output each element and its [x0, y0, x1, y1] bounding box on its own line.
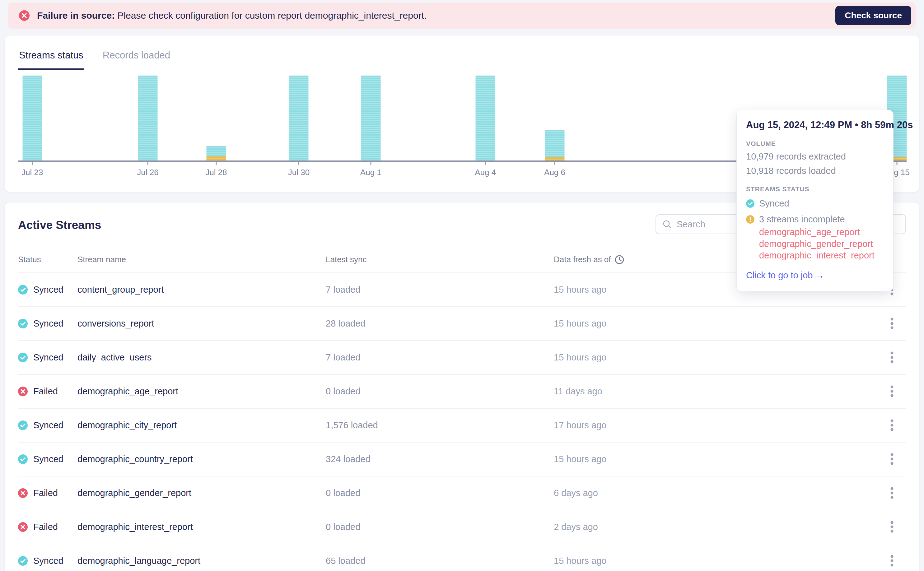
status-badge: Synced: [33, 285, 63, 295]
row-menu-button[interactable]: [878, 555, 906, 567]
latest-sync-value: 65 loaded: [326, 556, 554, 566]
kebab-icon: [890, 385, 893, 398]
incomplete-stream-link[interactable]: demographic_interest_report: [759, 250, 883, 262]
data-fresh-value: 15 hours ago: [554, 352, 878, 363]
tooltip-synced-label: Synced: [759, 198, 789, 209]
latest-sync-value: 0 loaded: [326, 522, 554, 532]
stream-name: demographic_language_report: [77, 556, 326, 566]
latest-sync-value: 7 loaded: [326, 352, 554, 363]
axis-tick: [147, 162, 148, 165]
status-cell: Synced: [18, 318, 77, 329]
status-badge: Failed: [33, 386, 58, 397]
synced-check-icon: [18, 420, 28, 430]
axis-tick: [896, 162, 897, 165]
kebab-icon: [890, 555, 893, 567]
bar-segment-loaded: [206, 146, 226, 156]
synced-check-icon: [18, 454, 28, 464]
data-fresh-value: 15 hours ago: [554, 454, 878, 465]
row-menu-button[interactable]: [878, 453, 906, 466]
chart-bar-aug-1[interactable]: [361, 76, 380, 160]
table-row: Synced conversions_report 28 loaded 15 h…: [18, 307, 906, 341]
stream-name: conversions_report: [77, 318, 326, 329]
row-menu-button[interactable]: [878, 419, 906, 432]
chart-bar-jul-26[interactable]: [138, 76, 158, 160]
axis-tick: [485, 162, 486, 165]
table-row: Failed demographic_age_report 0 loaded 1…: [18, 375, 906, 409]
axis-tick-label: Jul 26: [137, 168, 158, 177]
chart-bar-jul-30[interactable]: [289, 76, 309, 160]
bar-segment-incomplete: [545, 157, 565, 160]
bar-segment-loaded: [476, 76, 495, 160]
status-badge: Synced: [33, 352, 63, 363]
go-to-job-link[interactable]: Click to go to job →: [746, 270, 824, 281]
axis-tick-label: Jul 30: [288, 168, 309, 177]
status-badge: Synced: [33, 556, 63, 566]
status-badge: Synced: [33, 454, 63, 465]
axis-tick-label: Aug 6: [544, 168, 565, 177]
status-badge: Synced: [33, 318, 63, 329]
axis-tick-label: Aug 1: [360, 168, 382, 177]
data-fresh-value: 17 hours ago: [554, 420, 878, 431]
clock-icon: [615, 255, 624, 264]
row-menu-button[interactable]: [878, 487, 906, 500]
tooltip-records-loaded: 10,918 records loaded: [746, 166, 883, 176]
data-fresh-value: 15 hours ago: [554, 318, 878, 329]
axis-tick-label: Aug 4: [475, 168, 496, 177]
synced-check-icon: [18, 319, 28, 329]
kebab-icon: [890, 419, 893, 432]
stream-name: demographic_city_report: [77, 420, 326, 431]
status-cell: Synced: [18, 420, 77, 431]
tab-records-loaded[interactable]: Records loaded: [102, 50, 171, 70]
row-menu-button[interactable]: [878, 352, 906, 364]
chart-bar-jul-28[interactable]: [206, 146, 226, 160]
tooltip-synced-row: Synced: [746, 198, 883, 209]
table-row: Failed demographic_gender_report 0 loade…: [18, 477, 906, 510]
tab-streams-status[interactable]: Streams status: [18, 50, 84, 70]
error-message: Failure in source: Please check configur…: [37, 10, 426, 21]
table-row: Synced demographic_country_report 324 lo…: [18, 443, 906, 477]
status-badge: Synced: [33, 420, 63, 431]
warning-icon: [746, 215, 754, 224]
bar-segment-loaded: [289, 76, 309, 160]
row-menu-button[interactable]: [878, 318, 906, 330]
latest-sync-value: 7 loaded: [326, 285, 554, 295]
row-menu-button[interactable]: [878, 385, 906, 398]
kebab-icon: [890, 487, 893, 500]
streams-table-body: Synced content_group_report 7 loaded 15 …: [18, 273, 906, 571]
bar-segment-loaded: [138, 76, 158, 160]
chart-bar-aug-6[interactable]: [545, 130, 565, 160]
table-row: Synced demographic_city_report 1,576 loa…: [18, 409, 906, 443]
tooltip-incomplete-label: 3 streams incomplete: [759, 214, 845, 225]
failed-x-icon: [18, 387, 28, 396]
axis-tick: [298, 162, 299, 165]
bar-segment-loaded: [545, 130, 565, 157]
stream-name: daily_active_users: [77, 352, 326, 363]
col-latest-sync: Latest sync: [326, 255, 554, 264]
bar-segment-loaded: [361, 76, 380, 160]
bar-segment-loaded: [22, 76, 42, 160]
chart-bar-aug-4[interactable]: [476, 76, 495, 160]
axis-tick-label: Jul 28: [206, 168, 227, 177]
chart-tabs: Streams status Records loaded: [18, 50, 171, 70]
synced-check-icon: [18, 285, 28, 295]
status-badge: Failed: [33, 488, 58, 498]
error-icon: [19, 10, 29, 21]
tooltip-incomplete-row: 3 streams incomplete: [746, 214, 883, 225]
col-stream-name: Stream name: [77, 255, 326, 264]
row-menu-button[interactable]: [878, 521, 906, 533]
stream-name: demographic_gender_report: [77, 488, 326, 498]
table-row: Synced daily_active_users 7 loaded 15 ho…: [18, 341, 906, 375]
status-cell: Failed: [18, 386, 77, 397]
axis-tick-label: Jul 23: [22, 168, 43, 177]
chart-bar-jul-23[interactable]: [22, 76, 42, 160]
stream-name: demographic_interest_report: [77, 522, 326, 532]
incomplete-stream-link[interactable]: demographic_age_report: [759, 227, 883, 238]
data-fresh-value: 6 days ago: [554, 488, 878, 498]
check-source-button[interactable]: Check source: [835, 6, 911, 25]
synced-check-icon: [18, 556, 28, 566]
latest-sync-value: 1,576 loaded: [326, 420, 554, 431]
data-fresh-value: 11 days ago: [554, 386, 878, 397]
active-streams-title: Active Streams: [18, 219, 101, 232]
error-message-rest: Please check configuration for custom re…: [115, 10, 426, 20]
incomplete-stream-link[interactable]: demographic_gender_report: [759, 238, 883, 250]
